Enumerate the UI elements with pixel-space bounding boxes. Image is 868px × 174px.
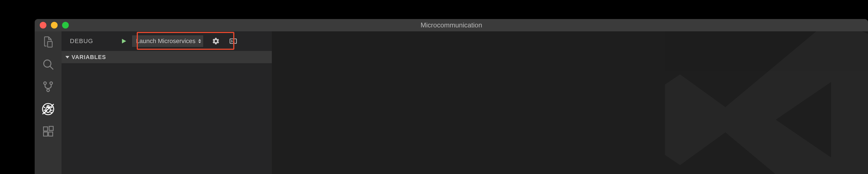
minimize-window-button[interactable] (51, 22, 58, 29)
source-control-icon[interactable] (41, 80, 55, 93)
variables-section-body (62, 63, 272, 174)
svg-rect-19 (49, 132, 53, 136)
debug-sidebar: DEBUG Launch Microservices (62, 31, 272, 174)
svg-point-5 (47, 89, 49, 91)
debug-icon[interactable] (41, 103, 55, 116)
app-window: Microcommunication (35, 19, 868, 174)
editor-area (272, 31, 868, 174)
svg-point-1 (43, 60, 51, 67)
window-controls (35, 22, 69, 29)
svg-rect-0 (48, 41, 52, 47)
chevron-down-icon (65, 56, 69, 58)
extensions-icon[interactable] (41, 125, 55, 138)
variables-section-title: VARIABLES (71, 54, 106, 60)
svg-line-10 (43, 107, 45, 108)
svg-point-3 (43, 82, 46, 85)
debug-console-button[interactable] (228, 36, 238, 46)
titlebar: Microcommunication (35, 19, 868, 31)
explorer-icon[interactable] (41, 35, 55, 49)
svg-rect-21 (230, 39, 236, 44)
variables-section-header[interactable]: VARIABLES (62, 51, 272, 63)
debug-settings-button[interactable] (211, 36, 221, 46)
debug-config-selected: Launch Microservices (136, 37, 195, 45)
svg-line-11 (51, 107, 53, 108)
select-arrows-icon (198, 39, 201, 44)
search-icon[interactable] (41, 58, 55, 71)
app-body: DEBUG Launch Microservices (35, 31, 868, 174)
sidebar-title: DEBUG (70, 37, 93, 45)
activity-bar (35, 31, 62, 174)
svg-line-2 (50, 66, 53, 69)
launch-group: Launch Microservices (119, 35, 204, 47)
debug-sidebar-header: DEBUG Launch Microservices (62, 31, 272, 51)
svg-rect-17 (43, 127, 48, 131)
svg-rect-18 (43, 132, 48, 136)
start-debug-button[interactable] (119, 36, 129, 46)
vscode-watermark-icon (650, 31, 868, 174)
window-title: Microcommunication (421, 21, 482, 29)
maximize-window-button[interactable] (62, 22, 69, 29)
svg-line-15 (50, 112, 52, 113)
svg-point-4 (50, 82, 52, 85)
debug-config-select[interactable]: Launch Microservices (132, 35, 204, 47)
svg-rect-20 (49, 126, 54, 130)
close-window-button[interactable] (40, 22, 46, 29)
